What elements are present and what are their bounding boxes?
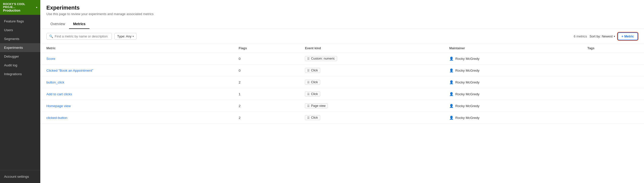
- page-header: Experiments Use this page to review your…: [40, 0, 644, 29]
- sidebar-item-label: Users: [4, 28, 13, 32]
- cell-maintainer: 👤Rocky McGredy: [443, 100, 581, 112]
- type-filter-label: Type: Any: [117, 34, 132, 38]
- cell-flags: 1: [233, 88, 299, 100]
- metrics-table-area: Metric Flags Event kind Maintainer Tags …: [40, 44, 644, 183]
- cell-flags: 2: [233, 100, 299, 112]
- col-metric: Metric: [40, 44, 233, 53]
- cell-metric: Add to cart clicks: [40, 88, 233, 100]
- cell-tags: [581, 53, 644, 65]
- event-kind-label: Click: [311, 92, 318, 96]
- cell-tags: [581, 88, 644, 100]
- sidebar-item-debugger[interactable]: Debugger: [0, 52, 40, 61]
- sidebar-footer: Account settings: [0, 170, 40, 183]
- cell-metric: button_click: [40, 76, 233, 88]
- maintainer-name: Rocky McGredy: [455, 69, 479, 72]
- col-tags: Tags: [581, 44, 644, 53]
- cell-maintainer: 👤Rocky McGredy: [443, 112, 581, 124]
- search-input[interactable]: [55, 34, 109, 38]
- env-name: Production: [3, 9, 36, 12]
- table-row: clicked-button2☰Click👤Rocky McGredy: [40, 112, 644, 124]
- sidebar-item-experiments[interactable]: Experiments: [0, 43, 40, 52]
- sidebar-item-segments[interactable]: Segments: [0, 34, 40, 43]
- cell-event-kind: ☰Click: [299, 88, 443, 100]
- table-row: Homepage view2☰Page view👤Rocky McGredy: [40, 100, 644, 112]
- cell-event-kind: ☰Click: [299, 65, 443, 76]
- maintainer-name: Rocky McGredy: [455, 104, 479, 108]
- project-name: ROCKY'S COOL PROJE...: [3, 3, 36, 9]
- cell-maintainer: 👤Rocky McGredy: [443, 88, 581, 100]
- project-env-selector[interactable]: ROCKY'S COOL PROJE... Production ▾: [0, 0, 40, 15]
- metric-link[interactable]: Score: [46, 57, 55, 61]
- table-header-row: Metric Flags Event kind Maintainer Tags: [40, 44, 644, 53]
- col-event-kind: Event kind: [299, 44, 443, 53]
- sidebar-item-feature-flags[interactable]: Feature flags: [0, 17, 40, 26]
- user-icon: 👤: [449, 57, 454, 61]
- event-kind-label: Click: [311, 80, 318, 84]
- type-filter-chevron-icon: ▾: [133, 35, 134, 38]
- sort-by-dropdown[interactable]: Sort by: Newest ▾: [590, 34, 615, 38]
- cell-tags: [581, 76, 644, 88]
- tab-metrics[interactable]: Metrics: [69, 19, 89, 29]
- metric-link[interactable]: Homepage view: [46, 104, 71, 108]
- maintainer-name: Rocky McGredy: [455, 92, 479, 96]
- type-filter-dropdown[interactable]: Type: Any ▾: [114, 33, 137, 40]
- cell-flags: 0: [233, 65, 299, 76]
- event-kind-label: Click: [311, 116, 318, 119]
- maintainer-name: Rocky McGredy: [455, 116, 479, 120]
- maintainer-name: Rocky McGredy: [455, 80, 479, 84]
- event-kind-icon: ☰: [307, 104, 310, 108]
- add-metric-button[interactable]: + Metric: [618, 32, 638, 40]
- table-row: button_click2☰Click👤Rocky McGredy: [40, 76, 644, 88]
- sidebar-item-users[interactable]: Users: [0, 26, 40, 34]
- sort-by-chevron-icon: ▾: [614, 35, 615, 38]
- event-kind-icon: ☰: [307, 116, 310, 119]
- event-kind-label: Click: [311, 69, 318, 72]
- metrics-table: Metric Flags Event kind Maintainer Tags …: [40, 44, 644, 124]
- tabs: Overview Metrics: [46, 19, 638, 29]
- toolbar-left: 🔍 Type: Any ▾: [46, 33, 137, 40]
- col-maintainer: Maintainer: [443, 44, 581, 53]
- table-row: Clicked "Book an Appointment"0☰Click👤Roc…: [40, 65, 644, 76]
- event-kind-icon: ☰: [307, 81, 310, 84]
- user-icon: 👤: [449, 80, 454, 84]
- metric-link[interactable]: clicked-button: [46, 116, 67, 120]
- search-icon: 🔍: [49, 34, 53, 38]
- event-kind-icon: ☰: [307, 57, 310, 60]
- sidebar-item-label: Integrations: [4, 72, 22, 76]
- sidebar-item-integrations[interactable]: Integrations: [0, 70, 40, 78]
- sidebar-item-label: Feature flags: [4, 19, 24, 23]
- cell-tags: [581, 65, 644, 76]
- cell-flags: 0: [233, 53, 299, 65]
- tab-overview[interactable]: Overview: [46, 19, 69, 29]
- cell-maintainer: 👤Rocky McGredy: [443, 65, 581, 76]
- main-content: Experiments Use this page to review your…: [40, 0, 644, 183]
- project-chevron-icon: ▾: [36, 6, 37, 9]
- maintainer-name: Rocky McGredy: [455, 57, 479, 61]
- sidebar-item-label: Debugger: [4, 55, 19, 58]
- event-kind-label: Custom: numeric: [311, 57, 335, 60]
- sidebar-item-account-settings[interactable]: Account settings: [0, 172, 40, 181]
- cell-event-kind: ☰Page view: [299, 100, 443, 112]
- cell-maintainer: 👤Rocky McGredy: [443, 76, 581, 88]
- cell-metric: Score: [40, 53, 233, 65]
- page-subtitle: Use this page to review your experiments…: [46, 12, 638, 16]
- toolbar: 🔍 Type: Any ▾ 6 metrics Sort by: Newest …: [40, 29, 644, 44]
- event-kind-label: Page view: [311, 104, 326, 108]
- metric-link[interactable]: Add to cart clicks: [46, 92, 72, 96]
- cell-metric: Clicked "Book an Appointment": [40, 65, 233, 76]
- cell-flags: 2: [233, 112, 299, 124]
- sidebar-item-label: Audit log: [4, 63, 17, 67]
- table-row: Add to cart clicks1☰Click👤Rocky McGredy: [40, 88, 644, 100]
- cell-tags: [581, 100, 644, 112]
- sidebar-item-audit-log[interactable]: Audit log: [0, 61, 40, 70]
- sidebar-item-label: Experiments: [4, 46, 23, 50]
- table-row: Score0☰Custom: numeric👤Rocky McGredy: [40, 53, 644, 65]
- cell-metric: clicked-button: [40, 112, 233, 124]
- user-icon: 👤: [449, 68, 454, 72]
- sort-by-label: Sort by: Newest: [590, 34, 613, 38]
- metric-link[interactable]: button_click: [46, 80, 64, 84]
- metrics-count: 6 metrics: [574, 34, 587, 38]
- search-box[interactable]: 🔍: [46, 33, 112, 40]
- metric-link[interactable]: Clicked "Book an Appointment": [46, 69, 93, 72]
- col-flags: Flags: [233, 44, 299, 53]
